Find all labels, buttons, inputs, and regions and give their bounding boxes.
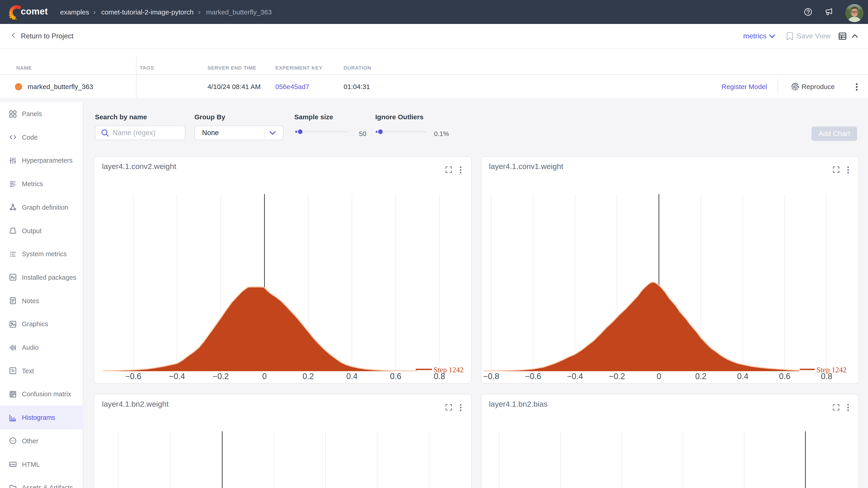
svg-text:0.6: 0.6 <box>779 372 790 381</box>
svg-text:−0.6: −0.6 <box>125 372 141 381</box>
svg-text:0.8: 0.8 <box>434 372 445 381</box>
svg-text:−0.2: −0.2 <box>213 372 228 381</box>
svg-text:−0.2: −0.2 <box>609 372 625 381</box>
svg-text:0.4: 0.4 <box>737 372 748 381</box>
svg-text:−0.8: −0.8 <box>483 372 499 381</box>
svg-text:0.8: 0.8 <box>821 372 832 381</box>
svg-text:0.4: 0.4 <box>346 372 358 381</box>
svg-text:HTML: HTML <box>10 463 16 466</box>
svg-text:0: 0 <box>656 372 661 381</box>
svg-text:−0.4: −0.4 <box>168 372 185 381</box>
svg-text:0: 0 <box>262 372 267 381</box>
svg-text:0.6: 0.6 <box>390 372 401 381</box>
svg-text:Tr: Tr <box>11 369 15 373</box>
svg-text:Py: Py <box>11 275 15 280</box>
svg-text:0.2: 0.2 <box>695 372 706 381</box>
svg-text:−0.6: −0.6 <box>525 372 541 381</box>
svg-text:−0.4: −0.4 <box>567 372 583 381</box>
svg-text:0.2: 0.2 <box>303 372 314 381</box>
